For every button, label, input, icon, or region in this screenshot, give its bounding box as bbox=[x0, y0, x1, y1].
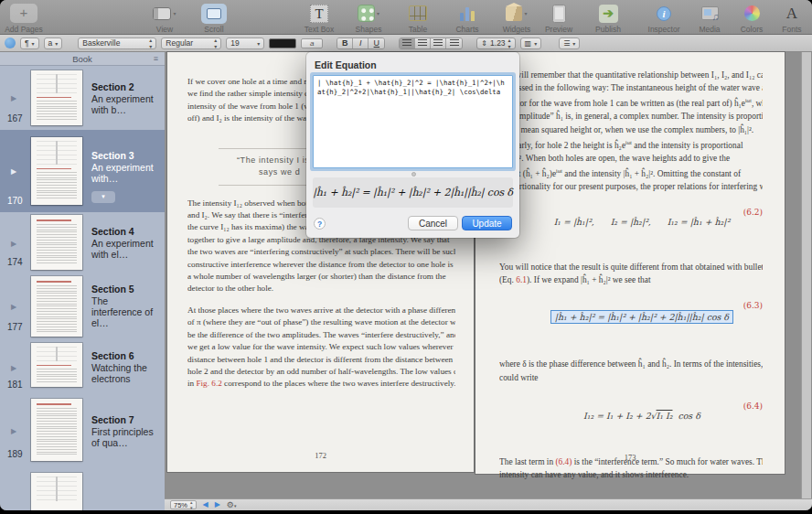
page-thumbnail[interactable] bbox=[31, 137, 82, 205]
section-subtitle: An experiment with el… bbox=[91, 238, 161, 260]
disclosure-triangle-icon[interactable]: ▶ bbox=[11, 94, 16, 102]
sidebar-item-section-2[interactable]: ▶ 167 Section 2 An experiment with b… bbox=[0, 66, 165, 130]
bold-button[interactable]: B bbox=[337, 38, 353, 48]
text-line: height (ĥ₁ + ĥ₂)eiωt and the intensity |… bbox=[499, 165, 763, 180]
widgets-button[interactable]: ▾ Widgets bbox=[497, 3, 537, 34]
section-title: Section 7 bbox=[91, 414, 161, 425]
sidebar-item-partial[interactable] bbox=[0, 466, 165, 510]
italic-button[interactable]: I bbox=[353, 38, 369, 48]
page-thumbnail[interactable] bbox=[31, 399, 82, 461]
text-style-group: B I U bbox=[337, 37, 385, 49]
text-line: be the difference of the two amplitudes.… bbox=[187, 329, 455, 341]
colors-button[interactable]: Colors bbox=[735, 3, 768, 34]
text-line: of π (where they are “out of phase”) the… bbox=[187, 316, 455, 328]
media-button[interactable]: Media bbox=[693, 3, 726, 34]
text-line: proportionality for our present purposes… bbox=[499, 180, 763, 193]
character-style-menu[interactable]: a▾ bbox=[44, 37, 63, 49]
colors-icon bbox=[744, 5, 760, 21]
text-color-well[interactable] bbox=[269, 38, 296, 48]
cancel-button[interactable]: Cancel bbox=[408, 216, 458, 230]
page-thumbnail[interactable] bbox=[31, 215, 82, 270]
sidebar-item-section-4[interactable]: ▶ 174 Section 4 An experiment with el… bbox=[0, 212, 165, 273]
text-line: detector to the other hole. bbox=[187, 283, 455, 294]
edit-equation-dialog: Edit Equation | \hat{h}_1 + \hat{h}_2|^2… bbox=[306, 52, 519, 238]
charts-icon bbox=[460, 6, 475, 21]
underline-button[interactable]: U bbox=[369, 38, 384, 48]
zoom-level-control[interactable]: 75%▴▾ bbox=[170, 500, 197, 509]
align-right-button[interactable] bbox=[431, 38, 446, 48]
fonts-button[interactable]: A Fonts bbox=[777, 3, 807, 34]
disclosure-triangle-icon[interactable]: ▶ bbox=[11, 167, 16, 176]
forward-button[interactable]: ▶ bbox=[215, 500, 220, 509]
selected-equation-object[interactable]: |ĥ₁ + ĥ₂|² = |ĥ₁|² + |ĥ₂|² + 2|ĥ₁||ĥ₂| c… bbox=[550, 310, 733, 324]
sidebar-item-section-3[interactable]: ▶ 170 Section 3 An experiment with… ▼ bbox=[0, 130, 165, 212]
page-thumbnail[interactable] bbox=[31, 70, 82, 125]
expand-section-button[interactable]: ▼ bbox=[91, 191, 115, 203]
text-box-button[interactable]: T Text Box bbox=[299, 3, 339, 34]
align-center-button[interactable] bbox=[415, 38, 431, 48]
preview-button[interactable]: Preview bbox=[539, 3, 579, 34]
line-spacing-control[interactable]: ⇕1.23▴▾ bbox=[476, 37, 515, 49]
update-button[interactable]: Update bbox=[462, 216, 512, 230]
gear-menu-button[interactable]: ⚙▾ bbox=[227, 500, 237, 509]
align-justify-button[interactable] bbox=[446, 38, 462, 48]
publish-icon: ➔ bbox=[599, 5, 618, 23]
text-box-icon: T bbox=[310, 5, 328, 23]
back-button[interactable]: ◀ bbox=[203, 500, 208, 509]
pages-app-window: + Add Pages ▾ View Scroll T Text Box ▾ S… bbox=[0, 0, 812, 510]
publish-button[interactable]: ➔ Publish bbox=[588, 3, 628, 34]
equation-ref: (6.2) bbox=[743, 208, 763, 217]
character-fill-well[interactable]: a bbox=[301, 38, 323, 48]
section-title: Section 2 bbox=[91, 81, 161, 92]
list-style-control[interactable]: ☰▾ bbox=[559, 37, 580, 49]
disclosure-triangle-icon[interactable]: ▶ bbox=[11, 302, 16, 310]
paragraph-style-menu[interactable]: ¶▾ bbox=[20, 37, 39, 49]
table-button[interactable]: Table bbox=[398, 3, 438, 34]
align-left-button[interactable] bbox=[400, 38, 415, 48]
help-button[interactable]: ? bbox=[314, 218, 326, 230]
font-family-select[interactable]: Baskerville▴▾ bbox=[78, 37, 156, 49]
shapes-button[interactable]: ▾ Shapes bbox=[348, 3, 389, 34]
text-line: to |ĥ₂|². When both holes are open, the … bbox=[499, 152, 763, 165]
equation-ref: (6.3) bbox=[743, 301, 763, 310]
font-size-combo[interactable]: 19▾ bbox=[226, 37, 264, 49]
disclosure-triangle-icon[interactable]: ▶ bbox=[11, 363, 16, 371]
text-line: to the mean squared height or, when we u… bbox=[499, 123, 763, 136]
vertical-scrollbar[interactable] bbox=[801, 52, 811, 498]
sidebar-menu-icon[interactable]: ≡ bbox=[154, 54, 158, 63]
section-title: Section 4 bbox=[91, 226, 161, 237]
format-bar: ¶▾ a▾ Baskerville▴▾ Regular▴▾ 19▾ a B I … bbox=[0, 35, 812, 52]
sidebar-item-section-5[interactable]: ▶ 177 Section 5 The interference of el… bbox=[0, 273, 165, 338]
resize-handle[interactable] bbox=[411, 172, 416, 177]
disclosure-triangle-icon[interactable]: ▶ bbox=[11, 427, 16, 435]
sidebar-item-section-6[interactable]: ▶ 181 Section 6 Watching the electrons bbox=[0, 338, 165, 396]
charts-button[interactable]: Charts bbox=[447, 3, 487, 34]
sidebar-item-section-7[interactable]: ▶ 189 Section 7 First principles of qua… bbox=[0, 396, 165, 466]
section-title: Section 5 bbox=[91, 284, 161, 294]
font-style-select[interactable]: Regular▴▾ bbox=[161, 37, 221, 49]
scroll-button[interactable]: Scroll bbox=[194, 3, 234, 34]
add-pages-button[interactable]: + Add Pages bbox=[4, 3, 44, 34]
text-line: You will remember that the quantitative … bbox=[499, 69, 763, 81]
page-thumbnail[interactable] bbox=[31, 473, 82, 510]
view-button[interactable]: ▾ View bbox=[144, 3, 185, 34]
text-line: the two waves are “interfering construct… bbox=[187, 246, 455, 258]
folio-page-number: 173 bbox=[475, 453, 785, 462]
text-line: expressed in the following way: The inst… bbox=[499, 81, 763, 94]
fonts-icon: A bbox=[786, 5, 797, 23]
page-173[interactable]: You will remember that the quantitative … bbox=[475, 52, 785, 474]
inspector-button[interactable]: i Inspector bbox=[644, 3, 684, 34]
equation-ref: (6.4) bbox=[743, 402, 763, 411]
columns-control[interactable]: ▥▾ bbox=[520, 37, 542, 49]
format-indicator-icon[interactable] bbox=[5, 37, 16, 48]
page-thumbnail[interactable] bbox=[31, 343, 82, 387]
page-number-label: 177 bbox=[7, 322, 23, 332]
disclosure-triangle-icon[interactable]: ▶ bbox=[11, 239, 16, 247]
plus-icon: + bbox=[10, 4, 37, 23]
text-line: hole 2 and the detector by an odd number… bbox=[187, 366, 455, 378]
equation-latex-input[interactable]: | \hat{h}_1 + \hat{h}_2|^2 = |\hat{h}_1|… bbox=[313, 75, 513, 168]
equation-6-3-selected[interactable]: |ĥ₁ + ĥ₂|² = |ĥ₁|² + |ĥ₂|² + 2|ĥ₁||ĥ₂| c… bbox=[499, 300, 763, 344]
page-thumbnail[interactable] bbox=[31, 276, 82, 337]
text-line: in Fig. 6.2 correspond to the places whe… bbox=[187, 378, 455, 390]
page-number-label: 170 bbox=[7, 196, 23, 206]
